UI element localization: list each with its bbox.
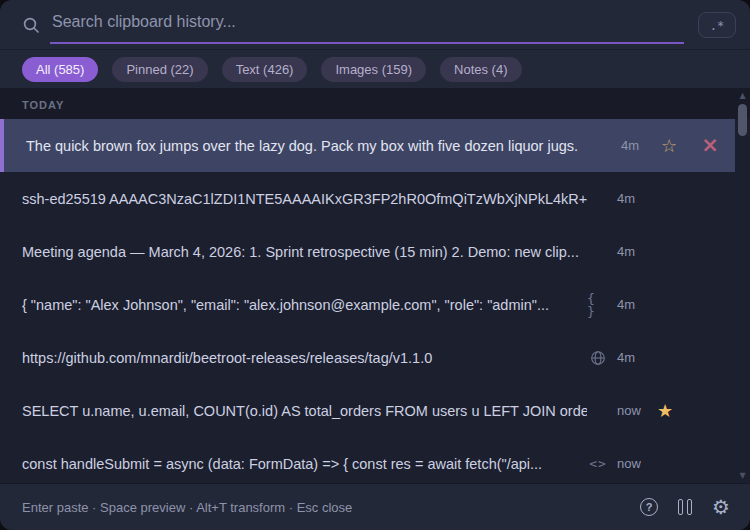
list-item[interactable]: { "name": "Alex Johnson", "email": "alex… [0,278,735,331]
remove-icon[interactable]: × [701,135,719,156]
type-icon-slot: { } [587,292,609,318]
clip-list: The quick brown fox jumps over the lazy … [0,119,750,483]
pause-icon[interactable] [678,499,692,515]
scroll-down-icon[interactable] [735,471,750,480]
code-brackets-icon: <> [589,457,607,470]
keyboard-hints: Enter paste · Space preview · Alt+T tran… [22,500,640,515]
clip-timestamp: now [617,456,653,471]
clip-timestamp: 4m [617,350,653,365]
clip-timestamp: 4m [617,244,653,259]
scrollbar[interactable] [735,88,750,483]
filter-chip-all[interactable]: All (585) [22,57,98,82]
filter-chip-text[interactable]: Text (426) [222,57,308,82]
filter-bar: All (585)Pinned (22)Text (426)Images (15… [0,50,750,88]
status-bar: Enter paste · Space preview · Alt+T tran… [0,483,750,530]
filter-chip-pinned[interactable]: Pinned (22) [112,57,207,82]
regex-toggle-button[interactable]: .* [698,12,736,38]
search-input[interactable] [50,6,684,44]
clip-text: { "name": "Alex Johnson", "email": "alex… [22,297,587,313]
clip-text: const handleSubmit = async (data: FormDa… [22,456,587,472]
clip-actions: ★ [653,402,735,420]
clip-text: SELECT u.name, u.email, COUNT(o.id) AS t… [22,403,587,419]
scrollbar-thumb[interactable] [738,104,747,136]
list-item[interactable]: The quick brown fox jumps over the lazy … [0,119,735,172]
globe-icon [590,350,606,366]
search-bar: .* [0,0,750,50]
list-item[interactable]: https://github.com/mnardit/beetroot-rele… [0,331,735,384]
clip-actions: ☆× [657,135,735,156]
help-icon[interactable] [640,498,658,516]
star-outline-icon[interactable]: ☆ [661,137,677,155]
scroll-up-icon[interactable] [735,91,750,100]
clip-timestamp: 4m [617,191,653,206]
star-filled-icon[interactable]: ★ [657,402,673,420]
section-header-today: TODAY [0,88,750,119]
clip-timestamp: 4m [617,297,653,312]
list-item[interactable]: ssh-ed25519 AAAAC3NzaC1lZDI1NTE5AAAAIKxG… [0,172,735,225]
filter-chip-images[interactable]: Images (159) [321,57,426,82]
type-icon-slot: <> [587,457,609,470]
clip-timestamp: now [617,403,653,418]
settings-icon[interactable] [712,495,730,519]
clip-text: https://github.com/mnardit/beetroot-rele… [22,350,587,366]
list-item[interactable]: Meeting agenda — March 4, 2026: 1. Sprin… [0,225,735,278]
clip-timestamp: 4m [621,138,657,153]
search-icon [20,14,42,36]
clip-text: ssh-ed25519 AAAAC3NzaC1lZDI1NTE5AAAAIKxG… [22,191,587,207]
clipboard-manager-window: .* All (585)Pinned (22)Text (426)Images … [0,0,750,530]
footer-icons [640,495,730,519]
clip-text: Meeting agenda — March 4, 2026: 1. Sprin… [22,244,587,260]
list-item[interactable]: SELECT u.name, u.email, COUNT(o.id) AS t… [0,384,735,437]
clip-text: The quick brown fox jumps over the lazy … [26,138,591,154]
filter-chip-notes[interactable]: Notes (4) [440,57,521,82]
json-braces-icon: { } [587,292,609,318]
list-item[interactable]: const handleSubmit = async (data: FormDa… [0,437,735,483]
type-icon-slot [587,350,609,366]
clip-list-area: TODAY The quick brown fox jumps over the… [0,88,750,483]
